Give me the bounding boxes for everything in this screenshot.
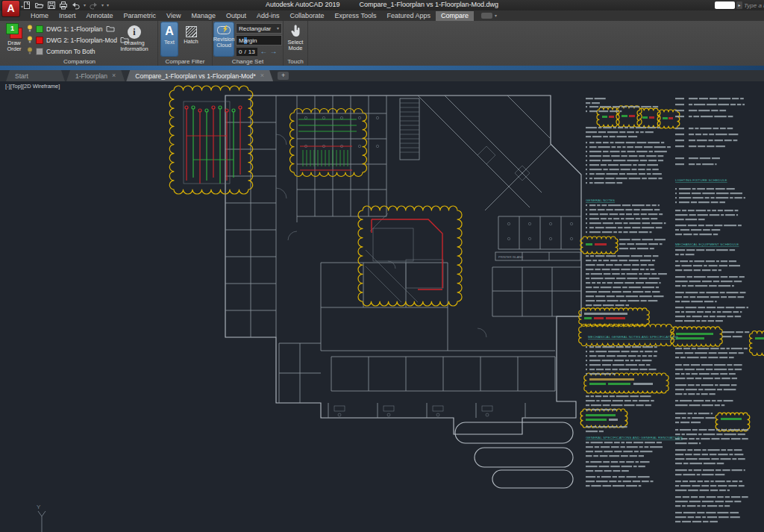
infocenter-field[interactable] [715, 1, 735, 9]
notes-heading-mechanical: MECHANICAL GENERAL NOTES AND SPECIFICATI… [588, 335, 678, 339]
file-tab-floorplan[interactable]: 1-Floorplan × [66, 70, 125, 81]
panel-touch: Select Mode Touch [284, 21, 308, 66]
notes-text-lines [584, 98, 764, 522]
compare-filter-panel-label[interactable]: Compare Filter [158, 57, 212, 66]
viewport-controls: [-][Top][2D Wireframe] [5, 83, 60, 90]
info-icon: i [128, 25, 141, 39]
viewport-visual-style-control[interactable]: [2D Wireframe] [22, 83, 60, 90]
file-tab-start[interactable]: Start [6, 70, 65, 81]
tab-collaborate[interactable]: Collaborate [285, 11, 330, 21]
change-set-fields: Rectangular ▾ Margin 0 / 13 ← → [236, 23, 282, 56]
lightbulb-icon[interactable] [27, 36, 33, 44]
ucs-y-label: Y [37, 504, 41, 510]
viewport-view-control[interactable]: [Top] [10, 83, 22, 90]
dwg1-label: DWG 1: 1-Floorplan [46, 25, 103, 33]
dropdown-caret-icon: ▾ [277, 26, 279, 31]
revision-cloud-icon [216, 25, 231, 35]
next-change-arrow-icon[interactable]: → [270, 48, 278, 55]
dwg2-label: DWG 2: 1-Floorplan-Mod [46, 37, 117, 44]
title-bar: A ▾ ▾ ▾ ▾ Autodesk AutoCAD 2019 Compare_… [0, 0, 764, 10]
notes-heading-general: GENERAL NOTES [586, 198, 615, 202]
margin-input[interactable]: Margin [236, 35, 282, 46]
notes-heading-specifications: GENERAL SPECIFICATIONS AND GENERAL RENOV… [586, 436, 683, 439]
tab-compare[interactable]: Compare [436, 11, 474, 21]
cloud-shape-dropdown[interactable]: Rectangular ▾ [236, 23, 282, 34]
infocenter-placeholder[interactable]: Type a ke [744, 2, 764, 9]
new-tab-button[interactable]: + [278, 72, 289, 80]
tab-home[interactable]: Home [25, 11, 54, 21]
drawing-information-button[interactable]: i Drawing Information [113, 23, 155, 52]
compare-red-geometry [185, 106, 442, 290]
infocenter: ▸ Type a ke [715, 1, 764, 10]
compare-green-geometry [192, 106, 357, 184]
select-mode-button[interactable]: Select Mode [285, 22, 306, 57]
touch-panel-label[interactable]: Touch [284, 57, 307, 66]
common-color-swatch[interactable] [36, 48, 43, 55]
schedule-heading-lighting: LIGHTING FIXTURE SCHEDULE [675, 178, 727, 182]
ucs-icon: Y [37, 504, 46, 532]
close-tab-icon[interactable]: × [112, 72, 116, 79]
document-title: Compare_1-Floorplan vs 1-Floorplan-Mod.d… [359, 1, 498, 8]
lightbulb-icon[interactable] [27, 25, 33, 33]
interior-walls [225, 96, 581, 418]
application-menu-icon[interactable]: A [2, 1, 19, 16]
schedule-heading-mechanical: MECHANICAL EQUIPMENT SCHEDULE [675, 242, 739, 246]
plan-details [184, 101, 573, 416]
tab-insert[interactable]: Insert [54, 11, 81, 21]
ribbon-tab-bar: Home Insert Annotate Parametric View Man… [0, 10, 764, 21]
previous-change-arrow-icon[interactable]: ← [260, 48, 268, 55]
tab-view[interactable]: View [161, 11, 186, 21]
common-label: Common To Both [46, 48, 96, 55]
close-tab-icon[interactable]: × [260, 72, 264, 79]
panel-change-set: Revision Cloud Rectangular ▾ Margin 0 / … [213, 21, 284, 66]
text-filter-button[interactable]: A Text [161, 22, 178, 56]
revision-cloud-button[interactable]: Revision Cloud [214, 22, 234, 56]
change-counter: 0 / 13 ← → [236, 47, 282, 56]
hatch-filter-button[interactable]: Hatch [181, 22, 201, 56]
file-tab-bar: Start 1-Floorplan × Compare_1-Floorplan … [0, 70, 764, 81]
comparison-panel-label[interactable]: Comparison [1, 57, 157, 66]
file-tab-compare[interactable]: Compare_1-Floorplan vs 1-Floorplan-Mod* … [126, 70, 273, 81]
tab-express-tools[interactable]: Express Tools [330, 11, 382, 21]
app-title: Autodesk AutoCAD 2019 [266, 1, 340, 8]
drawing-area[interactable]: [-][Top][2D Wireframe] [0, 81, 764, 532]
building-outline [225, 96, 581, 488]
change-set-panel-label[interactable]: Change Set [213, 57, 283, 66]
ribbon-display-caret-icon[interactable]: ▾ [495, 13, 497, 18]
drawing-canvas[interactable]: PRINTER ISLAND GENERAL NOTES MECHANICAL … [0, 81, 764, 532]
tab-parametric[interactable]: Parametric [119, 11, 162, 21]
draw-order-icon: 1 [5, 23, 23, 39]
dwg1-color-swatch[interactable] [36, 25, 43, 33]
panel-comparison: 1 Draw Order DWG 1: 1-Floorplan DWG 2: 1… [1, 21, 158, 66]
draw-order-button[interactable]: 1 Draw Order [3, 21, 25, 52]
revision-clouds [169, 86, 764, 431]
dwg2-color-swatch[interactable] [36, 37, 43, 44]
tab-manage[interactable]: Manage [186, 11, 221, 21]
tab-output[interactable]: Output [221, 11, 251, 21]
tab-add-ins[interactable]: Add-ins [251, 11, 285, 21]
ribbon-display-icon[interactable] [481, 13, 492, 19]
hand-select-icon [290, 24, 301, 38]
panel-compare-filter: A Text Hatch Compare Filter [158, 21, 213, 66]
printer-island-label: PRINTER ISLAND [498, 255, 523, 259]
tab-featured-apps[interactable]: Featured Apps [381, 11, 436, 21]
autocad-window: A ▾ ▾ ▾ ▾ Autodesk AutoCAD 2019 Compare_… [0, 0, 764, 532]
lightbulb-icon[interactable] [27, 47, 33, 55]
hatch-icon [186, 26, 197, 37]
infocenter-search-icon[interactable]: ▸ [736, 1, 742, 9]
tab-annotate[interactable]: Annotate [81, 11, 119, 21]
viewport-minimize-control[interactable]: [-] [5, 83, 10, 90]
counter-current: 0 [239, 48, 242, 55]
text-filter-icon: A [165, 25, 174, 38]
ribbon: 1 Draw Order DWG 1: 1-Floorplan DWG 2: 1… [0, 21, 764, 66]
counter-total: 13 [248, 48, 255, 55]
